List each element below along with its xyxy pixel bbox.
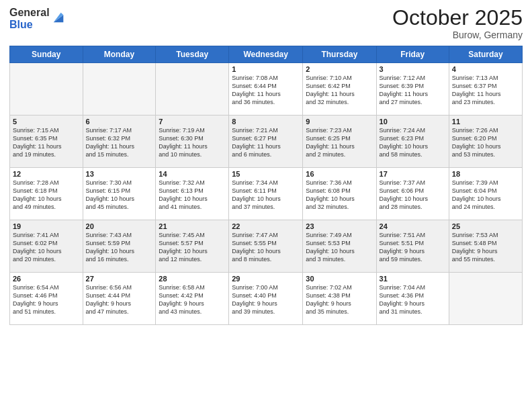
calendar-table: Sunday Monday Tuesday Wednesday Thursday… <box>9 46 523 325</box>
logo-text: General Blue <box>9 7 50 30</box>
day-number: 30 <box>306 275 373 283</box>
title-block: October 2025 Burow, Germany <box>392 7 523 40</box>
day-info: Sunrise: 7:21 AM Sunset: 6:27 PM Dayligh… <box>232 126 300 159</box>
calendar-cell: 10Sunrise: 7:24 AM Sunset: 6:23 PM Dayli… <box>376 116 449 168</box>
calendar-cell: 12Sunrise: 7:28 AM Sunset: 6:18 PM Dayli… <box>10 168 83 220</box>
header-wednesday: Wednesday <box>229 46 303 63</box>
calendar-cell: 21Sunrise: 7:45 AM Sunset: 5:57 PM Dayli… <box>156 220 229 273</box>
calendar-cell <box>83 63 156 116</box>
header-monday: Monday <box>83 46 156 63</box>
week-row-3: 12Sunrise: 7:28 AM Sunset: 6:18 PM Dayli… <box>10 168 523 220</box>
calendar-cell: 6Sunrise: 7:17 AM Sunset: 6:32 PM Daylig… <box>83 116 156 168</box>
weekday-header-row: Sunday Monday Tuesday Wednesday Thursday… <box>10 46 523 63</box>
calendar-cell: 20Sunrise: 7:43 AM Sunset: 5:59 PM Dayli… <box>83 220 156 273</box>
calendar-cell: 1Sunrise: 7:08 AM Sunset: 6:44 PM Daylig… <box>229 63 303 116</box>
day-number: 6 <box>86 118 153 126</box>
calendar-cell: 15Sunrise: 7:34 AM Sunset: 6:11 PM Dayli… <box>229 168 303 220</box>
day-info: Sunrise: 7:26 AM Sunset: 6:20 PM Dayligh… <box>452 126 519 159</box>
day-number: 9 <box>306 118 373 126</box>
day-info: Sunrise: 7:08 AM Sunset: 6:44 PM Dayligh… <box>232 74 300 107</box>
day-info: Sunrise: 7:19 AM Sunset: 6:30 PM Dayligh… <box>159 126 226 159</box>
day-number: 28 <box>159 275 226 283</box>
day-number: 2 <box>306 65 373 73</box>
calendar-cell: 2Sunrise: 7:10 AM Sunset: 6:42 PM Daylig… <box>303 63 376 116</box>
day-number: 21 <box>159 222 226 230</box>
day-number: 27 <box>86 275 153 283</box>
calendar-cell: 9Sunrise: 7:23 AM Sunset: 6:25 PM Daylig… <box>303 116 376 168</box>
calendar-cell: 19Sunrise: 7:41 AM Sunset: 6:02 PM Dayli… <box>10 220 83 273</box>
day-info: Sunrise: 6:54 AM Sunset: 4:46 PM Dayligh… <box>13 283 80 316</box>
day-info: Sunrise: 7:10 AM Sunset: 6:42 PM Dayligh… <box>306 74 373 107</box>
calendar-cell: 22Sunrise: 7:47 AM Sunset: 5:55 PM Dayli… <box>229 220 303 273</box>
day-number: 31 <box>380 275 446 283</box>
day-info: Sunrise: 7:34 AM Sunset: 6:11 PM Dayligh… <box>232 179 300 212</box>
day-info: Sunrise: 7:28 AM Sunset: 6:18 PM Dayligh… <box>13 179 80 212</box>
month-title: October 2025 <box>392 7 523 28</box>
day-info: Sunrise: 7:24 AM Sunset: 6:23 PM Dayligh… <box>380 126 446 159</box>
week-row-4: 19Sunrise: 7:41 AM Sunset: 6:02 PM Dayli… <box>10 220 523 273</box>
day-info: Sunrise: 7:45 AM Sunset: 5:57 PM Dayligh… <box>159 231 226 264</box>
day-number: 11 <box>452 118 519 126</box>
calendar-cell: 7Sunrise: 7:19 AM Sunset: 6:30 PM Daylig… <box>156 116 229 168</box>
calendar-cell: 23Sunrise: 7:49 AM Sunset: 5:53 PM Dayli… <box>303 220 376 273</box>
calendar-cell <box>449 273 522 325</box>
day-number: 18 <box>452 170 519 178</box>
day-number: 4 <box>452 65 519 73</box>
day-number: 26 <box>13 275 80 283</box>
day-number: 29 <box>232 275 300 283</box>
day-info: Sunrise: 7:43 AM Sunset: 5:59 PM Dayligh… <box>86 231 153 264</box>
day-number: 3 <box>380 65 446 73</box>
day-info: Sunrise: 7:37 AM Sunset: 6:06 PM Dayligh… <box>380 179 446 212</box>
calendar-cell: 16Sunrise: 7:36 AM Sunset: 6:08 PM Dayli… <box>303 168 376 220</box>
day-number: 20 <box>86 222 153 230</box>
day-number: 23 <box>306 222 373 230</box>
calendar-cell: 31Sunrise: 7:04 AM Sunset: 4:36 PM Dayli… <box>376 273 449 325</box>
day-info: Sunrise: 7:39 AM Sunset: 6:04 PM Dayligh… <box>452 179 519 212</box>
day-info: Sunrise: 7:15 AM Sunset: 6:35 PM Dayligh… <box>13 126 80 159</box>
day-number: 25 <box>452 222 519 230</box>
week-row-2: 5Sunrise: 7:15 AM Sunset: 6:35 PM Daylig… <box>10 116 523 168</box>
day-number: 1 <box>232 65 300 73</box>
location: Burow, Germany <box>392 30 523 40</box>
day-number: 5 <box>13 118 80 126</box>
calendar-cell: 8Sunrise: 7:21 AM Sunset: 6:27 PM Daylig… <box>229 116 303 168</box>
week-row-5: 26Sunrise: 6:54 AM Sunset: 4:46 PM Dayli… <box>10 273 523 325</box>
day-number: 16 <box>306 170 373 178</box>
day-info: Sunrise: 7:53 AM Sunset: 5:48 PM Dayligh… <box>452 231 519 264</box>
calendar-cell: 24Sunrise: 7:51 AM Sunset: 5:51 PM Dayli… <box>376 220 449 273</box>
day-info: Sunrise: 7:41 AM Sunset: 6:02 PM Dayligh… <box>13 231 80 264</box>
day-info: Sunrise: 7:47 AM Sunset: 5:55 PM Dayligh… <box>232 231 300 264</box>
day-info: Sunrise: 6:56 AM Sunset: 4:44 PM Dayligh… <box>86 283 153 316</box>
calendar-cell: 4Sunrise: 7:13 AM Sunset: 6:37 PM Daylig… <box>449 63 522 116</box>
calendar-cell: 3Sunrise: 7:12 AM Sunset: 6:39 PM Daylig… <box>376 63 449 116</box>
header-saturday: Saturday <box>449 46 522 63</box>
calendar-cell: 5Sunrise: 7:15 AM Sunset: 6:35 PM Daylig… <box>10 116 83 168</box>
day-info: Sunrise: 7:02 AM Sunset: 4:38 PM Dayligh… <box>306 283 373 316</box>
calendar-cell: 17Sunrise: 7:37 AM Sunset: 6:06 PM Dayli… <box>376 168 449 220</box>
day-info: Sunrise: 7:49 AM Sunset: 5:53 PM Dayligh… <box>306 231 373 264</box>
calendar-cell: 13Sunrise: 7:30 AM Sunset: 6:15 PM Dayli… <box>83 168 156 220</box>
logo-icon <box>51 10 66 25</box>
calendar-cell: 27Sunrise: 6:56 AM Sunset: 4:44 PM Dayli… <box>83 273 156 325</box>
calendar-cell: 11Sunrise: 7:26 AM Sunset: 6:20 PM Dayli… <box>449 116 522 168</box>
day-number: 12 <box>13 170 80 178</box>
day-info: Sunrise: 7:04 AM Sunset: 4:36 PM Dayligh… <box>380 283 446 316</box>
page-container: General Blue October 2025 Burow, Germany… <box>0 0 532 411</box>
header-thursday: Thursday <box>303 46 376 63</box>
day-info: Sunrise: 7:13 AM Sunset: 6:37 PM Dayligh… <box>452 74 519 107</box>
logo-general: General <box>9 7 50 19</box>
day-number: 14 <box>159 170 226 178</box>
day-info: Sunrise: 7:23 AM Sunset: 6:25 PM Dayligh… <box>306 126 373 159</box>
logo: General Blue <box>9 7 66 30</box>
header-friday: Friday <box>376 46 449 63</box>
calendar-cell: 14Sunrise: 7:32 AM Sunset: 6:13 PM Dayli… <box>156 168 229 220</box>
day-number: 24 <box>380 222 446 230</box>
calendar-cell: 26Sunrise: 6:54 AM Sunset: 4:46 PM Dayli… <box>10 273 83 325</box>
calendar-cell: 25Sunrise: 7:53 AM Sunset: 5:48 PM Dayli… <box>449 220 522 273</box>
day-info: Sunrise: 7:00 AM Sunset: 4:40 PM Dayligh… <box>232 283 300 316</box>
day-number: 13 <box>86 170 153 178</box>
day-info: Sunrise: 7:12 AM Sunset: 6:39 PM Dayligh… <box>380 74 446 107</box>
day-info: Sunrise: 7:32 AM Sunset: 6:13 PM Dayligh… <box>159 179 226 212</box>
calendar-cell: 28Sunrise: 6:58 AM Sunset: 4:42 PM Dayli… <box>156 273 229 325</box>
logo-blue: Blue <box>9 19 50 31</box>
